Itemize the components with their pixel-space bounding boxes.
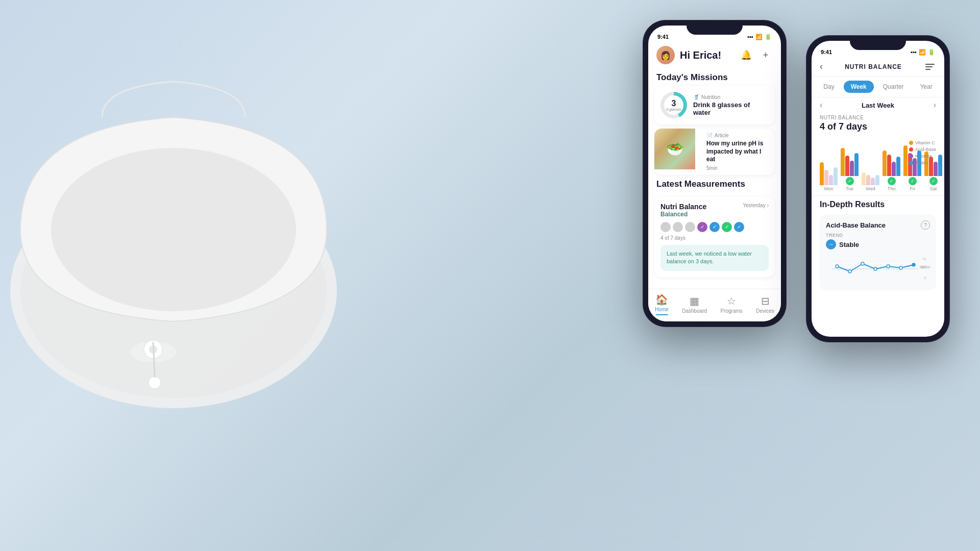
nutrition-icon: 🥤 xyxy=(693,94,699,100)
bar-group-thu xyxy=(883,135,900,176)
bar-thu-vitc xyxy=(883,151,887,176)
bar-sat-water xyxy=(938,155,942,176)
week-nav: ‹ Last Week › xyxy=(812,97,944,113)
water-circle-inner: 3 8 glasses xyxy=(664,95,683,115)
legend-ket: Ketones xyxy=(909,154,936,159)
indepth-section: In-Depth Results Acid-Base Balance ? TRE… xyxy=(812,195,944,294)
nutri-balance-section: NUTRI BALANCE 4 of 7 days xyxy=(812,113,944,136)
article-image: 🥗 xyxy=(654,129,695,169)
article-title: How my urine pH is impacted by what I ea… xyxy=(706,140,770,164)
signal-icon: ▪▪▪ xyxy=(747,34,753,40)
article-mission-card[interactable]: 🥗 📄 Article How my urine pH is impacted … xyxy=(654,129,775,175)
result-card-header: Acid-Base Balance ? xyxy=(826,220,930,230)
article-content: 📄 Article How my urine pH is impacted by… xyxy=(701,129,775,175)
trend-label: TREND xyxy=(826,233,930,238)
measurements-card[interactable]: Nutri Balance Balanced Yesterday › xyxy=(654,196,775,277)
wifi-icon: 📶 xyxy=(755,34,763,40)
phone-notch xyxy=(687,20,743,35)
chart-legend: Vitamin C Acid-Base Ketones Water xyxy=(909,140,936,165)
bar-wed-vitc xyxy=(862,172,866,185)
dot-6: ✓ xyxy=(722,222,732,232)
nav-dashboard[interactable]: ▦ Dashboard xyxy=(682,295,707,314)
bar-thu-ket xyxy=(892,162,896,176)
battery-icon: 🔋 xyxy=(765,34,772,40)
nav-devices[interactable]: ⊟ Devices xyxy=(756,295,774,314)
measurements-section: Nutri Balance Balanced Yesterday › xyxy=(648,192,781,281)
bar-group-tue xyxy=(841,135,859,176)
dot-2 xyxy=(673,222,683,232)
arrow-right-icon: › xyxy=(767,203,769,208)
indepth-title: In-Depth Results xyxy=(820,200,936,209)
phone-home: 9:41 ▪▪▪ 📶 🔋 👩 Hi Erica! 🔔 + xyxy=(643,20,786,327)
result-card: Acid-Base Balance ? TREND → Stable xyxy=(820,214,936,290)
water-mission-info: 🥤 Nutrition Drink 8 glasses of water xyxy=(693,94,769,116)
chart-day-thu: ✓ Thu xyxy=(883,135,900,191)
yesterday-label: Yesterday xyxy=(743,203,766,208)
bar-tue-water xyxy=(854,153,859,176)
tab-year[interactable]: Year xyxy=(913,81,939,93)
measurements-card-status: Balanced xyxy=(660,211,706,218)
svg-point-16 xyxy=(861,262,864,265)
alert-text: Last week, we noticed a low water balanc… xyxy=(667,251,752,264)
bar-group-wed xyxy=(862,144,879,185)
tab-quarter[interactable]: Quarter xyxy=(876,81,911,93)
menu-line-3 xyxy=(925,69,930,70)
tab-week[interactable]: Week xyxy=(844,81,874,93)
notification-icon[interactable]: 🔔 xyxy=(739,48,753,62)
legend-label-water: Water xyxy=(915,160,927,165)
legend-dot-acid xyxy=(909,147,913,152)
menu-line-2 xyxy=(925,66,933,67)
menu-button[interactable] xyxy=(924,62,936,71)
home-label: Home xyxy=(655,307,669,312)
status-time: 9:41 xyxy=(657,34,669,40)
menu-line-1 xyxy=(925,64,935,65)
svg-text:+1: +1 xyxy=(922,257,926,261)
nutrition-tag: 🥤 Nutrition xyxy=(693,94,769,100)
article-tag-label: Article xyxy=(715,133,729,138)
chart-day-tue: ✓ Tue xyxy=(841,135,859,191)
svg-point-17 xyxy=(874,267,877,270)
water-mission-card[interactable]: 3 8 glasses 🥤 Nutrition Drink 8 glasses … xyxy=(654,86,775,124)
tab-day[interactable]: Day xyxy=(816,81,841,93)
trend-value: → Stable xyxy=(826,239,930,249)
svg-point-2 xyxy=(51,148,296,311)
water-unit: 8 glasses xyxy=(666,108,681,111)
nav-programs[interactable]: ☆ Programs xyxy=(721,295,743,314)
bar-thu-water xyxy=(896,157,900,176)
prev-week-button[interactable]: ‹ xyxy=(820,101,822,110)
signal-icon-2: ▪▪▪ xyxy=(911,49,917,55)
measurements-header: Nutri Balance Balanced Yesterday › xyxy=(660,203,769,218)
bar-tue-acid xyxy=(845,156,849,176)
legend-dot-water xyxy=(909,161,913,165)
help-icon[interactable]: ? xyxy=(921,220,930,230)
back-button[interactable]: ‹ xyxy=(820,61,823,72)
devices-label: Devices xyxy=(756,308,774,314)
dot-4: ✓ xyxy=(697,222,707,232)
programs-icon: ☆ xyxy=(727,295,736,307)
article-tag: 📄 Article xyxy=(706,133,770,138)
svg-point-6 xyxy=(149,377,161,389)
nav-home[interactable]: 🏠 Home xyxy=(655,293,669,315)
programs-label: Programs xyxy=(721,308,743,314)
check-fri: ✓ xyxy=(909,177,917,185)
battery-icon-2: 🔋 xyxy=(928,49,935,56)
check-thu: ✓ xyxy=(888,177,896,185)
svg-point-15 xyxy=(848,270,851,273)
dot-3 xyxy=(685,222,695,232)
dot-1 xyxy=(660,222,671,232)
days-text: 4 of 7 days xyxy=(660,235,769,241)
legend-vitc: Vitamin C xyxy=(909,140,936,145)
next-week-button[interactable]: › xyxy=(934,101,936,110)
phone2-notch xyxy=(850,36,906,50)
avatar: 👩 xyxy=(656,46,675,64)
missions-list: 3 8 glasses 🥤 Nutrition Drink 8 glasses … xyxy=(648,86,781,175)
svg-point-14 xyxy=(836,265,839,268)
bar-mon-ket xyxy=(829,175,833,185)
nav-indicator xyxy=(656,314,668,315)
check-sat: ✓ xyxy=(929,177,938,185)
add-icon[interactable]: + xyxy=(758,48,773,62)
day-label-fri: Fri xyxy=(910,186,915,191)
phones-container: 9:41 ▪▪▪ 📶 🔋 👩 Hi Erica! 🔔 + xyxy=(643,20,949,342)
result-card-title: Acid-Base Balance xyxy=(826,221,886,229)
missions-title: Today's Missions xyxy=(648,68,781,86)
